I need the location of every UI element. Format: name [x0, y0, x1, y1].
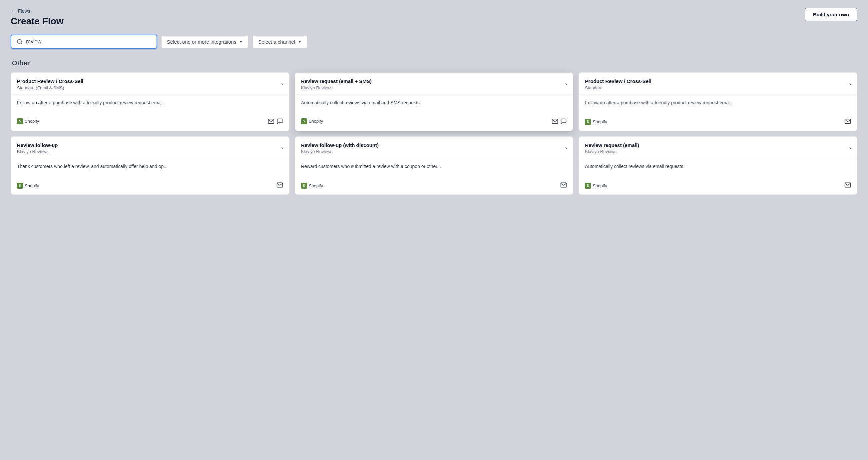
card-footer: S Shopify — [295, 178, 573, 194]
channel-multi-icon — [268, 118, 283, 125]
channel-email-icon — [276, 182, 283, 190]
card-subtitle: Klaviyo Reviews — [301, 149, 379, 154]
card-header: Review request (email) Klaviyo Reviews › — [579, 137, 857, 159]
card-chevron-icon: › — [281, 81, 283, 87]
channel-dropdown[interactable]: Select a channel ▼ — [252, 35, 307, 48]
card-chevron-icon: › — [565, 145, 567, 151]
filters-row: Select one or more integrations ▼ Select… — [11, 35, 857, 49]
shopify-badge: S Shopify — [585, 183, 607, 189]
shopify-icon: S — [17, 183, 23, 189]
shopify-label: Shopify — [25, 183, 39, 188]
flow-card-2[interactable]: Review request (email + SMS) Klaviyo Rev… — [295, 72, 574, 131]
integrations-label: Select one or more integrations — [167, 39, 236, 45]
card-body: Thank customers who left a review, and a… — [11, 158, 289, 178]
back-link[interactable]: ← Flows — [11, 8, 64, 14]
svg-line-1 — [21, 43, 22, 44]
search-icon — [17, 39, 23, 45]
shopify-label: Shopify — [309, 183, 323, 188]
back-arrow-icon: ← — [11, 8, 16, 14]
card-title: Review request (email + SMS) — [301, 78, 372, 85]
card-chevron-icon: › — [849, 145, 851, 151]
shopify-icon: S — [17, 118, 23, 124]
page-title: Create Flow — [11, 16, 64, 27]
card-body: Automatically collect reviews via email … — [579, 158, 857, 178]
shopify-label: Shopify — [25, 119, 39, 124]
card-title-block: Review request (email) Klaviyo Reviews — [585, 142, 639, 154]
flow-card-6[interactable]: Review request (email) Klaviyo Reviews ›… — [579, 136, 857, 195]
shopify-badge: S Shopify — [301, 183, 323, 189]
card-footer: S Shopify — [579, 178, 857, 194]
card-title-block: Review follow-up (with discount) Klaviyo… — [301, 142, 379, 154]
integrations-dropdown[interactable]: Select one or more integrations ▼ — [161, 35, 248, 48]
card-chevron-icon: › — [565, 81, 567, 87]
shopify-icon: S — [301, 183, 307, 189]
search-box — [11, 35, 157, 49]
header-left: ← Flows Create Flow — [11, 8, 64, 27]
card-title: Product Review / Cross-Sell — [585, 78, 651, 85]
card-body: Reward customers who submitted a review … — [295, 158, 573, 178]
channel-email-icon — [844, 118, 851, 126]
card-footer: S Shopify — [11, 115, 289, 130]
channel-email-icon — [560, 182, 567, 190]
search-input[interactable] — [26, 39, 151, 45]
card-body: Follow up after a purchase with a friend… — [11, 95, 289, 115]
flow-card-1[interactable]: Product Review / Cross-Sell Standard (Em… — [11, 72, 289, 131]
card-chevron-icon: › — [849, 81, 851, 87]
card-footer: S Shopify — [11, 178, 289, 194]
card-title-block: Product Review / Cross-Sell Standard — [585, 78, 651, 90]
card-subtitle: Klaviyo Reviews — [301, 85, 372, 90]
card-header: Review follow-up (with discount) Klaviyo… — [295, 137, 573, 159]
card-subtitle: Klaviyo Reviews — [585, 149, 639, 154]
channel-label: Select a channel — [258, 39, 295, 45]
card-header: Product Review / Cross-Sell Standard (Em… — [11, 73, 289, 95]
chevron-down-icon-2: ▼ — [298, 39, 302, 44]
card-footer: S Shopify — [579, 115, 857, 131]
shopify-badge: S Shopify — [17, 183, 39, 189]
card-title-block: Review request (email + SMS) Klaviyo Rev… — [301, 78, 372, 90]
shopify-label: Shopify — [593, 183, 607, 188]
card-chevron-icon: › — [281, 145, 283, 151]
card-footer: S Shopify — [295, 115, 573, 130]
shopify-label: Shopify — [309, 119, 323, 124]
shopify-icon: S — [585, 119, 591, 125]
channel-email-icon — [844, 182, 851, 190]
flow-card-5[interactable]: Review follow-up (with discount) Klaviyo… — [295, 136, 574, 195]
card-body: Follow up after a purchase with a friend… — [579, 95, 857, 115]
shopify-label: Shopify — [593, 119, 607, 124]
section-title: Other — [11, 59, 857, 67]
card-body: Automatically collect reviews via email … — [295, 95, 573, 115]
page-wrapper: ← Flows Create Flow Build your own Selec… — [0, 0, 868, 460]
card-title: Review request (email) — [585, 142, 639, 149]
card-header: Review request (email + SMS) Klaviyo Rev… — [295, 73, 573, 95]
card-title: Review follow-up (with discount) — [301, 142, 379, 149]
flow-card-4[interactable]: Review follow-up Klaviyo Reviews › Thank… — [11, 136, 289, 195]
card-header: Product Review / Cross-Sell Standard › — [579, 73, 857, 95]
build-own-button[interactable]: Build your own — [805, 8, 857, 21]
card-title-block: Review follow-up Klaviyo Reviews — [17, 142, 58, 154]
shopify-icon: S — [301, 118, 307, 124]
shopify-badge: S Shopify — [301, 118, 323, 124]
shopify-badge: S Shopify — [17, 118, 39, 124]
chevron-down-icon: ▼ — [239, 39, 243, 44]
card-subtitle: Standard — [585, 85, 651, 90]
flow-card-3[interactable]: Product Review / Cross-Sell Standard › F… — [579, 72, 857, 131]
card-title-block: Product Review / Cross-Sell Standard (Em… — [17, 78, 83, 90]
back-label: Flows — [18, 8, 30, 14]
header: ← Flows Create Flow Build your own — [11, 8, 857, 27]
card-subtitle: Standard (Email & SMS) — [17, 85, 83, 90]
card-title: Review follow-up — [17, 142, 58, 149]
cards-grid: Product Review / Cross-Sell Standard (Em… — [11, 72, 857, 195]
card-subtitle: Klaviyo Reviews — [17, 149, 58, 154]
shopify-icon: S — [585, 183, 591, 189]
channel-multi-icon — [552, 118, 567, 125]
shopify-badge: S Shopify — [585, 119, 607, 125]
card-header: Review follow-up Klaviyo Reviews › — [11, 137, 289, 159]
card-title: Product Review / Cross-Sell — [17, 78, 83, 85]
